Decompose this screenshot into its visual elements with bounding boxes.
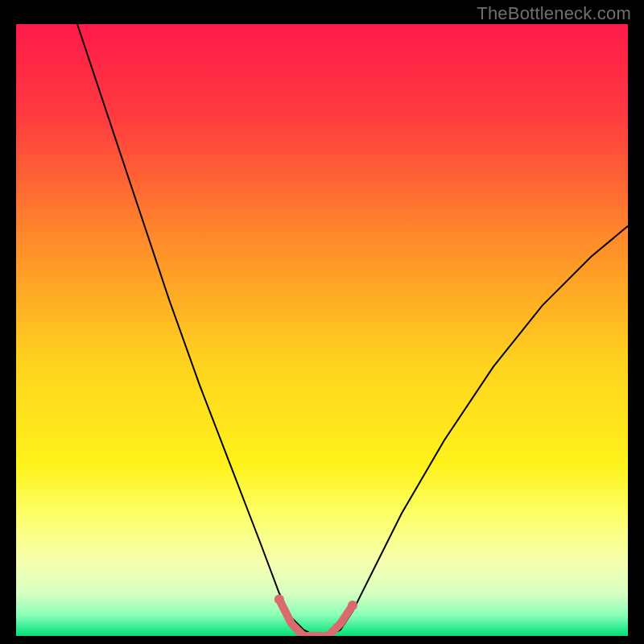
bottleneck-chart [16, 24, 628, 636]
highlight-marker [275, 594, 284, 604]
chart-frame: TheBottleneck.com [0, 0, 644, 644]
watermark-text: TheBottleneck.com [477, 3, 631, 24]
highlight-marker [348, 601, 357, 610]
